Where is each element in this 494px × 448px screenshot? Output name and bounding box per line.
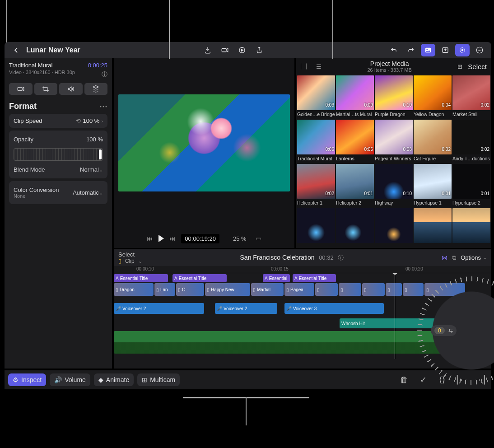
video-clip[interactable]: ▯ xyxy=(386,283,402,296)
viewer-timecode[interactable]: 00:00:19:20 xyxy=(181,234,219,243)
video-clip[interactable]: ▯ xyxy=(315,283,338,296)
multicam-button[interactable]: ⊞Multicam xyxy=(137,373,180,386)
grid-icon: ⊞ xyxy=(142,376,147,383)
svg-rect-0 xyxy=(222,48,226,52)
media-thumb[interactable]: 0:01Hyperlapse 2 xyxy=(452,164,490,199)
blend-mode-value[interactable]: Normal xyxy=(80,166,99,173)
video-clip[interactable]: ▯ xyxy=(362,283,385,296)
media-thumb[interactable]: 0:01Helicopter 2 xyxy=(336,164,374,199)
media-label: Cat Figure xyxy=(414,156,452,161)
project-title: Lunar New Year xyxy=(26,46,80,54)
timeline-select-button[interactable]: Select xyxy=(118,251,142,258)
play-button[interactable] xyxy=(158,235,164,242)
media-thumb[interactable]: 0:06Lanterns xyxy=(336,120,374,154)
timeline-tools-icon[interactable]: ⧉ xyxy=(452,254,456,261)
media-label: Helicopter 1 xyxy=(297,200,335,205)
media-thumb[interactable]: 0:10Highway xyxy=(375,164,413,199)
browser-select-button[interactable]: Select xyxy=(468,63,487,70)
viewer-display-options-icon[interactable]: ▭ xyxy=(256,235,261,242)
inspect-button[interactable]: ⚙Inspect xyxy=(8,373,46,386)
video-clip[interactable]: ▯Dragon xyxy=(114,283,154,296)
title-clip[interactable]: A Essential Title xyxy=(172,274,227,282)
video-clip[interactable]: ▯ xyxy=(339,283,361,296)
delete-icon[interactable]: 🗑 xyxy=(396,373,412,387)
voiceover-clip[interactable]: 🎤 Voiceover 2 xyxy=(215,303,277,314)
media-thumb[interactable]: 0:03Golden…e Bridge xyxy=(297,75,335,110)
timeline-info-icon[interactable]: ⓘ xyxy=(338,254,344,261)
media-thumb[interactable]: 0:01Hyperlapse 1 xyxy=(414,164,452,199)
browser-toggle-icon[interactable] xyxy=(421,44,435,56)
prev-frame-button[interactable]: ⏮ xyxy=(147,235,153,242)
next-frame-button[interactable]: ⏭ xyxy=(169,235,176,242)
enable-icon[interactable]: ✓ xyxy=(415,373,431,387)
playhead[interactable] xyxy=(395,273,395,359)
inspector-panel: Traditional Mural Video · 3840x2160 · HD… xyxy=(5,58,112,369)
undo-icon[interactable] xyxy=(387,44,401,56)
share-icon[interactable] xyxy=(252,44,266,56)
import-icon[interactable] xyxy=(200,44,215,56)
animate-button[interactable]: ◆Animate xyxy=(94,373,134,386)
title-clip[interactable]: A Essential Title xyxy=(293,274,336,282)
inspector-tab-audio[interactable] xyxy=(59,83,83,95)
more-icon[interactable] xyxy=(472,44,487,56)
voiceover-clip[interactable]: 🎤 Voiceover 3 xyxy=(284,303,384,314)
media-thumb[interactable] xyxy=(452,208,490,243)
title-clip[interactable]: A Essential Title xyxy=(114,274,168,282)
video-clip[interactable]: ▯Pagea xyxy=(284,283,314,296)
inspector-tab-crop[interactable] xyxy=(34,83,58,95)
opacity-slider[interactable] xyxy=(14,148,103,161)
media-thumb[interactable] xyxy=(414,208,452,243)
timeline-options-button[interactable]: Options⌄ xyxy=(461,254,487,261)
jog-toggle-icon[interactable] xyxy=(455,44,470,56)
info-icon[interactable]: ⓘ xyxy=(88,70,107,79)
media-thumb[interactable] xyxy=(297,208,335,243)
media-thumb[interactable] xyxy=(336,208,374,243)
voiceover-clip[interactable]: 🎤 Voiceover 2 xyxy=(114,303,204,314)
title-clip[interactable]: A Essential xyxy=(263,274,290,282)
inspector-tab-video[interactable] xyxy=(9,83,33,95)
media-thumb[interactable]: 0:04Yellow Dragon xyxy=(414,75,452,110)
voiceover-icon[interactable] xyxy=(235,44,249,56)
keyframe-icon: ◆ xyxy=(98,376,103,383)
media-duration: 0:06 xyxy=(364,147,373,152)
media-thumb[interactable]: 0:02Market Stall xyxy=(452,75,490,110)
media-thumb[interactable]: 0:06Traditional Mural xyxy=(297,120,335,154)
video-clip[interactable]: ▯C xyxy=(176,283,204,296)
video-clip[interactable]: ▯Lan xyxy=(154,283,175,296)
video-clip[interactable]: ▯Happy New xyxy=(205,283,250,296)
media-thumb[interactable]: 0:02Cat Figure xyxy=(414,120,452,154)
media-thumb[interactable]: 0:10Purple Dragon xyxy=(375,75,413,110)
media-duration: 0:01 xyxy=(442,191,451,196)
viewer-zoom[interactable]: 25 % xyxy=(233,235,247,242)
jog-wheel[interactable]: 0 ⇆ ✕ xyxy=(422,281,494,380)
svg-rect-11 xyxy=(18,87,22,91)
color-conversion-value[interactable]: Automatic xyxy=(73,189,99,196)
timeline-ruler[interactable]: 00:00:10 00:00:15 00:00:20 xyxy=(114,266,491,273)
back-button[interactable] xyxy=(9,44,23,56)
media-thumb[interactable]: 0:09Martial…ts Mural xyxy=(336,75,374,110)
media-thumb[interactable]: 0:08Pageant Winners xyxy=(375,120,413,154)
inspector-section-more-icon[interactable]: ⋯ xyxy=(99,101,107,111)
video-clip[interactable]: ▯Martial xyxy=(251,283,284,296)
browser-filter-icon[interactable]: ☰ xyxy=(316,63,322,70)
media-thumb[interactable]: 0:02Andy T…ductions xyxy=(452,120,490,154)
jog-swap-icon[interactable]: ⇆ xyxy=(448,327,453,334)
timeline-mode[interactable]: Clip xyxy=(125,258,135,264)
viewer-panel: ⏮ ⏭ 00:00:19:20 25 % ▭ xyxy=(114,58,294,248)
browser-sidebar-icon[interactable]: ⎸⎸ xyxy=(301,63,312,70)
magnetic-icon[interactable]: ⋈ xyxy=(442,254,447,261)
media-thumb[interactable]: 0:02Helicopter 1 xyxy=(297,164,335,199)
opacity-value[interactable]: 100 % xyxy=(86,136,103,143)
effects-toggle-icon[interactable] xyxy=(438,44,452,56)
viewer-canvas[interactable] xyxy=(118,94,290,191)
media-thumb[interactable] xyxy=(375,208,413,243)
media-duration: 0:04 xyxy=(442,103,451,107)
video-clip[interactable]: ▯ xyxy=(403,283,424,296)
inspector-tabs xyxy=(9,83,107,95)
volume-button[interactable]: 🔊Volume xyxy=(50,373,90,386)
redo-icon[interactable] xyxy=(404,44,418,56)
clip-speed-row[interactable]: Clip Speed ⟲100 %› xyxy=(9,114,107,128)
camera-icon[interactable] xyxy=(218,44,232,56)
inspector-tab-info[interactable] xyxy=(84,83,108,95)
browser-layout-icon[interactable]: ⊞ xyxy=(457,63,462,70)
